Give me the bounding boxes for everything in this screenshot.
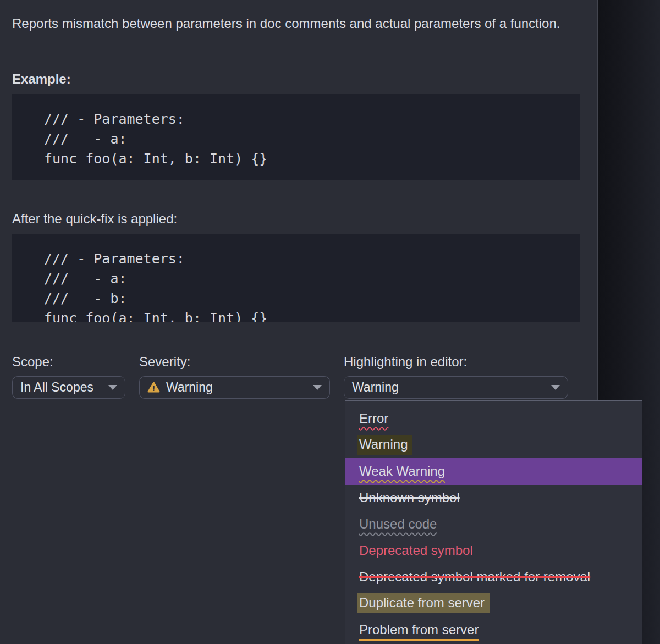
dropdown-option-warning[interactable]: Warning bbox=[345, 432, 642, 458]
dropdown-option-list: ErrorWarningWeak WarningUnknown symbolUn… bbox=[345, 401, 642, 643]
dropdown-option-deprecated-symbol-marked-for-removal[interactable]: Deprecated symbol marked for removal bbox=[345, 564, 642, 590]
dropdown-option-error[interactable]: Error bbox=[345, 405, 642, 432]
chevron-down-icon bbox=[313, 385, 322, 390]
highlighting-dropdown-popup: ErrorWarningWeak WarningUnknown symbolUn… bbox=[345, 400, 642, 644]
dropdown-option-label: Unused code bbox=[359, 516, 437, 532]
dropdown-option-deprecated-symbol[interactable]: Deprecated symbol bbox=[345, 537, 642, 564]
dropdown-option-label: Weak Warning bbox=[359, 464, 445, 479]
severity-dropdown-value: Warning bbox=[166, 380, 213, 395]
warning-triangle-icon bbox=[147, 381, 160, 394]
highlighting-label: Highlighting in editor: bbox=[344, 354, 467, 370]
example-heading: Example: bbox=[12, 71, 71, 87]
scope-dropdown-value: In All Scopes bbox=[20, 380, 94, 395]
after-quickfix-code: /// - Parameters: /// - a: /// - b: func… bbox=[12, 234, 580, 322]
dropdown-option-label: Unknown symbol bbox=[359, 490, 460, 505]
dropdown-option-duplicate-from-server[interactable]: Duplicate from server bbox=[345, 590, 642, 617]
dropdown-option-label: Deprecated symbol bbox=[359, 543, 473, 558]
scope-label: Scope: bbox=[12, 354, 53, 370]
after-quickfix-heading: After the quick-fix is applied: bbox=[12, 211, 177, 227]
example-code-block: /// - Parameters: /// - a: func foo(a: I… bbox=[12, 94, 580, 180]
severity-label: Severity: bbox=[139, 354, 190, 370]
dropdown-option-weak-warning[interactable]: Weak Warning bbox=[345, 458, 642, 485]
dropdown-option-unknown-symbol[interactable]: Unknown symbol bbox=[345, 485, 642, 511]
dropdown-option-label: Error bbox=[359, 411, 388, 426]
dropdown-option-label: Duplicate from server bbox=[357, 593, 490, 613]
inspection-description: Reports mismatch between parameters in d… bbox=[12, 14, 584, 32]
dropdown-option-label: Warning bbox=[357, 435, 413, 455]
scope-dropdown[interactable]: In All Scopes bbox=[12, 376, 125, 399]
dropdown-option-problem-from-server[interactable]: Problem from server bbox=[345, 617, 642, 643]
dropdown-option-label: Problem from server bbox=[359, 622, 479, 637]
chevron-down-icon bbox=[108, 385, 117, 390]
dropdown-option-label: Deprecated symbol marked for removal bbox=[359, 569, 590, 585]
severity-dropdown[interactable]: Warning bbox=[139, 376, 330, 399]
example-code: /// - Parameters: /// - a: func foo(a: I… bbox=[12, 94, 580, 169]
after-quickfix-code-block: /// - Parameters: /// - a: /// - b: func… bbox=[12, 234, 580, 322]
highlighting-dropdown[interactable]: Warning bbox=[344, 376, 568, 399]
dropdown-option-unused-code[interactable]: Unused code bbox=[345, 511, 642, 537]
highlighting-dropdown-value: Warning bbox=[352, 380, 399, 395]
chevron-down-icon bbox=[551, 385, 560, 390]
